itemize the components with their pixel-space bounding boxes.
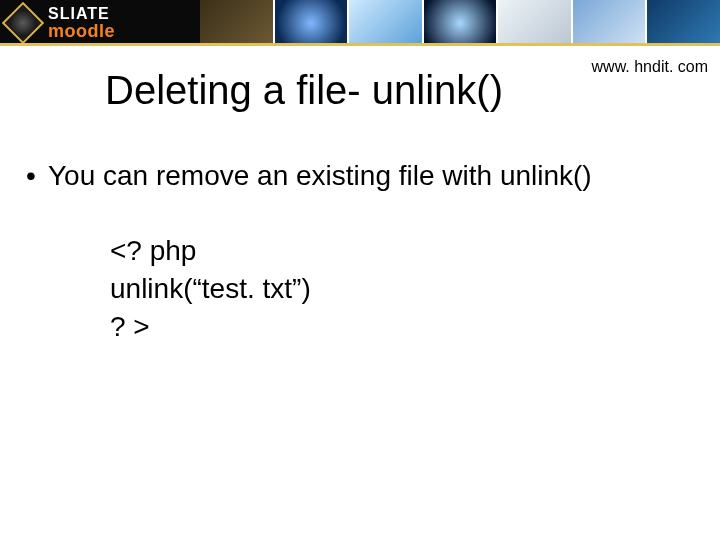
code-line-1: <? php [110, 232, 700, 270]
banner-image-2 [275, 0, 348, 46]
slide-body: You can remove an existing file with unl… [20, 160, 700, 345]
diamond-icon [2, 2, 44, 44]
logo-text: SLIATE moodle [48, 6, 115, 40]
banner-image-5 [498, 0, 571, 46]
banner-image-3 [349, 0, 422, 46]
logo-line-1: SLIATE [48, 6, 115, 22]
banner-image-4 [424, 0, 497, 46]
banner-logo-block: SLIATE moodle [0, 0, 200, 46]
code-line-2: unlink(“test. txt”) [110, 270, 700, 308]
slide-title: Deleting a file- unlink() [105, 68, 503, 113]
bullet-1: You can remove an existing file with unl… [20, 160, 700, 192]
banner-image-7 [647, 0, 720, 46]
source-url: www. hndit. com [592, 58, 708, 76]
slide: SLIATE moodle www. hndit. com Deleting a… [0, 0, 720, 540]
banner-strip: SLIATE moodle [0, 0, 720, 46]
banner-image-1 [200, 0, 273, 46]
header-banner: SLIATE moodle [0, 0, 720, 46]
logo-line-2: moodle [48, 22, 115, 40]
banner-image-6 [573, 0, 646, 46]
banner-underline [0, 43, 720, 46]
banner-image-row [200, 0, 720, 46]
code-line-3: ? > [110, 308, 700, 346]
code-block: <? php unlink(“test. txt”) ? > [20, 232, 700, 345]
